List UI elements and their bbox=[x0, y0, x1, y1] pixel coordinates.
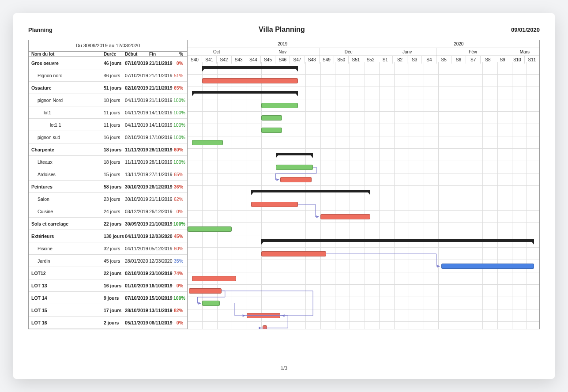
gantt-row bbox=[188, 198, 539, 211]
summary-bar bbox=[276, 153, 313, 155]
task-pct: 82% bbox=[173, 308, 185, 313]
task-start: 11/11/2019 bbox=[125, 147, 149, 152]
task-duration: 24 jours bbox=[104, 209, 125, 214]
task-end: 21/11/2019 bbox=[149, 73, 173, 78]
month-header: Janv bbox=[378, 48, 437, 56]
col-name: Nom du lot bbox=[29, 52, 104, 57]
task-name: LOT 13 bbox=[29, 283, 104, 288]
year-header: 2020 bbox=[378, 40, 539, 48]
task-pct: 62% bbox=[173, 196, 185, 202]
task-name: Cuisine bbox=[29, 209, 104, 214]
task-bar bbox=[263, 325, 267, 329]
task-bar bbox=[261, 115, 282, 121]
gantt-row bbox=[188, 248, 539, 260]
table-row: pignon sud16 jours02/10/201917/10/201910… bbox=[29, 131, 187, 143]
task-pct: 0% bbox=[173, 209, 185, 214]
task-duration: 2 jours bbox=[104, 320, 125, 325]
task-name: Sols et carrelage bbox=[29, 221, 104, 226]
task-bar bbox=[202, 301, 220, 306]
month-header: Févr bbox=[437, 48, 510, 56]
task-duration: 9 jours bbox=[104, 295, 125, 301]
task-bar bbox=[261, 103, 298, 108]
task-duration: 11 jours bbox=[104, 122, 125, 128]
timeline-header: 20192020 OctNovDécJanvFévrMars S40S41S42… bbox=[188, 40, 539, 62]
task-start: 02/10/2019 bbox=[125, 271, 149, 276]
table-row: Gros oeuvre46 jours07/10/201921/11/20190… bbox=[29, 57, 187, 69]
summary-bar bbox=[261, 239, 534, 242]
task-end: 13/11/2019 bbox=[149, 308, 173, 313]
task-end: 21/11/2019 bbox=[149, 196, 173, 202]
table-row: Peintures58 jours30/10/201926/12/201936% bbox=[29, 181, 187, 193]
task-duration: 18 jours bbox=[104, 147, 125, 152]
task-pct: 51% bbox=[173, 73, 185, 78]
gantt-row bbox=[188, 112, 539, 124]
task-end: 16/10/2019 bbox=[149, 283, 173, 288]
task-duration: 46 jours bbox=[104, 73, 125, 78]
task-name: Extérieurs bbox=[29, 234, 104, 239]
year-header: 2019 bbox=[188, 40, 378, 48]
table-row: Pignon nord46 jours07/10/201921/11/20195… bbox=[29, 69, 187, 82]
col-end: Fin bbox=[149, 52, 173, 57]
month-header: Mars bbox=[510, 48, 539, 56]
task-start: 11/11/2019 bbox=[125, 159, 149, 165]
table-row: Ossature51 jours02/10/201921/11/201965% bbox=[29, 82, 187, 94]
table-row: Jardin45 jours28/01/202012/03/202035% bbox=[29, 255, 187, 267]
task-duration: 23 jours bbox=[104, 196, 125, 202]
task-bar bbox=[261, 128, 282, 133]
task-start: 02/10/2019 bbox=[125, 85, 149, 90]
task-name: LOT12 bbox=[29, 271, 104, 276]
month-header: Nov bbox=[246, 48, 320, 56]
task-end: 05/12/2019 bbox=[149, 246, 173, 251]
task-start: 28/01/2020 bbox=[125, 258, 149, 264]
task-duration: 16 jours bbox=[104, 135, 125, 140]
task-duration: 58 jours bbox=[104, 184, 125, 189]
gantt-rows bbox=[188, 62, 539, 329]
task-end: 21/11/2019 bbox=[149, 85, 173, 90]
task-pct: 65% bbox=[173, 172, 185, 177]
task-end: 26/12/2019 bbox=[149, 184, 173, 189]
task-bar bbox=[251, 202, 298, 207]
page-number: 1/3 bbox=[13, 366, 555, 371]
task-end: 28/11/2019 bbox=[149, 159, 173, 165]
table-header: Nom du lot Durée Début Fin % bbox=[29, 52, 187, 57]
task-end: 12/03/2020 bbox=[149, 234, 173, 239]
task-start: 07/10/2019 bbox=[125, 73, 149, 78]
col-dur: Durée bbox=[104, 52, 125, 57]
task-end: 21/11/2019 bbox=[149, 60, 173, 66]
gantt-table: Du 30/09/2019 au 12/03/2020 Nom du lot D… bbox=[29, 40, 188, 329]
gantt-row bbox=[188, 173, 539, 186]
timeline-years: 20192020 bbox=[188, 40, 539, 48]
task-name: Liteaux bbox=[29, 159, 104, 165]
gantt-row bbox=[188, 272, 539, 285]
task-pct: 0% bbox=[173, 283, 185, 288]
task-pct: 100% bbox=[173, 110, 187, 115]
task-start: 28/10/2019 bbox=[125, 308, 149, 313]
summary-bar bbox=[192, 91, 298, 94]
task-bar bbox=[247, 313, 281, 318]
table-row: pignon Nord18 jours04/11/201921/11/20191… bbox=[29, 94, 187, 106]
summary-bar bbox=[251, 190, 371, 192]
task-bar bbox=[261, 251, 326, 256]
task-name: Pignon nord bbox=[29, 73, 104, 78]
task-start: 01/10/2019 bbox=[125, 283, 149, 288]
task-duration: 11 jours bbox=[104, 110, 125, 115]
table-row: Salon23 jours30/10/201921/11/201962% bbox=[29, 193, 187, 205]
gantt-row bbox=[188, 124, 539, 136]
table-row: Piscine32 jours04/11/201905/12/201980% bbox=[29, 242, 187, 255]
table-rows: Gros oeuvre46 jours07/10/201921/11/20190… bbox=[29, 57, 187, 329]
table-row: LOT 1316 jours01/10/201916/10/20190% bbox=[29, 279, 187, 292]
month-header: Déc bbox=[320, 48, 378, 56]
gantt-row bbox=[188, 62, 539, 75]
task-duration: 130 jours bbox=[104, 234, 125, 239]
task-bar bbox=[189, 288, 222, 294]
timeline-months: OctNovDécJanvFévrMars bbox=[188, 48, 539, 56]
task-end: 14/11/2019 bbox=[149, 110, 173, 115]
table-row: lot111 jours04/11/201914/11/2019100% bbox=[29, 106, 187, 119]
task-pct: 0% bbox=[173, 60, 185, 66]
task-duration: 18 jours bbox=[104, 98, 125, 103]
table-row: lot1.111 jours04/11/201914/11/2019100% bbox=[29, 119, 187, 131]
task-end: 21/10/2019 bbox=[149, 221, 173, 226]
page-title: Villa Planning bbox=[259, 26, 305, 34]
task-pct: 100% bbox=[173, 98, 187, 103]
task-bar bbox=[192, 276, 236, 281]
